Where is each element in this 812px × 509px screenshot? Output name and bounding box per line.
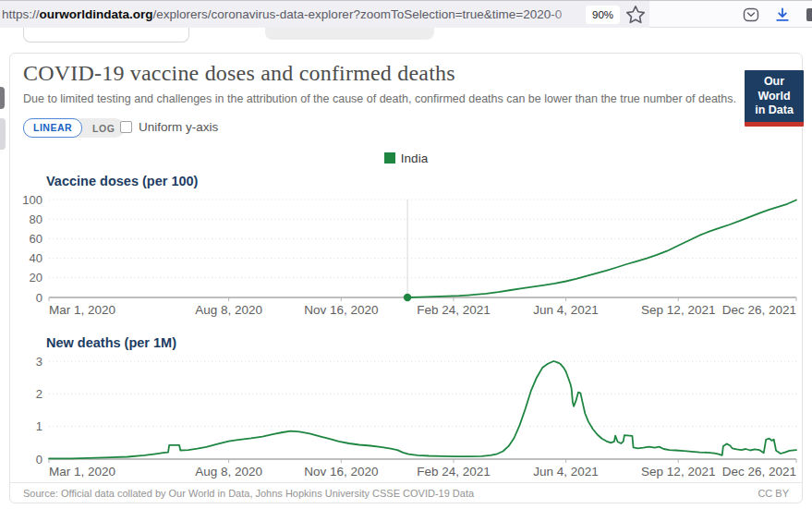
uniform-yaxis-label: Uniform y-axis: [139, 120, 218, 134]
url-scheme: https://: [2, 7, 40, 21]
log-button[interactable]: LOG: [82, 120, 125, 137]
x-tick-label: Nov 16, 2020: [304, 465, 378, 479]
y-tick-label: 0: [36, 453, 42, 467]
owid-logo-line2: in Data: [746, 103, 802, 118]
series-line-india: [49, 361, 796, 458]
x-tick-label: Feb 24, 2021: [417, 465, 491, 479]
x-tick-label: Jun 4, 2021: [533, 465, 599, 479]
page-edge-glyph: [0, 87, 5, 109]
owid-logo-line1: Our World: [746, 75, 802, 103]
scale-toggle: LINEAR LOG: [23, 118, 125, 138]
deaths-chart-canvas[interactable]: 0123Mar 1, 2020Aug 8, 2020Nov 16, 2020Fe…: [18, 350, 804, 481]
toolbar-edge-icon[interactable]: [806, 8, 812, 21]
country-dropdown-stub[interactable]: [23, 28, 189, 42]
series-start-dot: [404, 294, 411, 301]
x-tick-label: Aug 8, 2020: [195, 303, 262, 317]
y-tick-label: 2: [36, 387, 42, 401]
x-tick-label: Jun 4, 2021: [533, 303, 599, 317]
x-tick-label: Nov 16, 2020: [304, 303, 378, 317]
page-zoom-badge[interactable]: 90%: [586, 6, 620, 24]
url-bar[interactable]: https://ourworldindata.org/explorers/cor…: [0, 1, 649, 28]
x-tick-label: Aug 8, 2020: [195, 465, 262, 479]
metric-toggle-stub[interactable]: [265, 28, 434, 40]
uniform-yaxis-checkbox[interactable]: [120, 121, 132, 133]
url-path: /explorers/coronavirus-data-explorer?zoo…: [153, 7, 563, 21]
y-tick-label: 3: [36, 355, 42, 369]
y-tick-label: 1: [36, 419, 42, 433]
x-tick-label: Dec 26, 2021: [722, 465, 796, 479]
x-tick-label: Sep 12, 2021: [641, 303, 715, 317]
vaccine-chart-canvas[interactable]: 020406080100Mar 1, 2020Aug 8, 2020Nov 16…: [18, 188, 804, 322]
legend-swatch-india[interactable]: [384, 152, 395, 164]
owid-logo[interactable]: Our World in Data: [745, 70, 804, 127]
page-edge-bar: [0, 118, 6, 150]
x-tick-label: Dec 26, 2021: [722, 303, 796, 317]
url-fade-overlay: [550, 2, 585, 27]
legend-label-india[interactable]: India: [401, 151, 428, 165]
source-text: Source: Official data collated by Our Wo…: [23, 488, 474, 499]
url-text[interactable]: https://ourworldindata.org/explorers/cor…: [2, 1, 586, 28]
chart-legend: India: [9, 151, 803, 165]
license-text[interactable]: CC BY: [757, 488, 789, 499]
pocket-save-icon[interactable]: [743, 6, 759, 23]
chart-footer: Source: Official data collated by Our Wo…: [9, 482, 803, 503]
browser-toolbar: https://ourworldindata.org/explorers/cor…: [0, 0, 812, 28]
x-tick-label: Mar 1, 2020: [49, 303, 115, 317]
page-title: COVID-19 vaccine doses and confirmed dea…: [23, 61, 744, 86]
y-tick-label: 20: [30, 271, 42, 285]
screenshot-stage: https://ourworldindata.org/explorers/cor…: [0, 0, 812, 509]
linear-button[interactable]: LINEAR: [23, 118, 82, 138]
y-tick-label: 0: [36, 291, 42, 305]
uniform-yaxis-control[interactable]: Uniform y-axis: [120, 120, 218, 134]
url-domain: ourworldindata.org: [40, 7, 153, 21]
y-tick-label: 40: [30, 251, 42, 265]
deaths-chart-title: New deaths (per 1M): [46, 335, 176, 350]
vaccine-chart-title: Vaccine doses (per 100): [46, 174, 198, 188]
x-tick-label: Feb 24, 2021: [417, 303, 491, 317]
x-tick-label: Sep 12, 2021: [641, 465, 715, 479]
page-subtitle: Due to limited testing and challenges in…: [23, 92, 739, 105]
download-icon[interactable]: [774, 6, 791, 23]
y-tick-label: 100: [22, 193, 42, 207]
y-tick-label: 80: [30, 212, 42, 226]
x-tick-label: Mar 1, 2020: [49, 465, 115, 479]
series-line-india: [407, 200, 796, 298]
bookmark-star-icon[interactable]: [624, 3, 648, 27]
y-tick-label: 60: [30, 232, 42, 246]
